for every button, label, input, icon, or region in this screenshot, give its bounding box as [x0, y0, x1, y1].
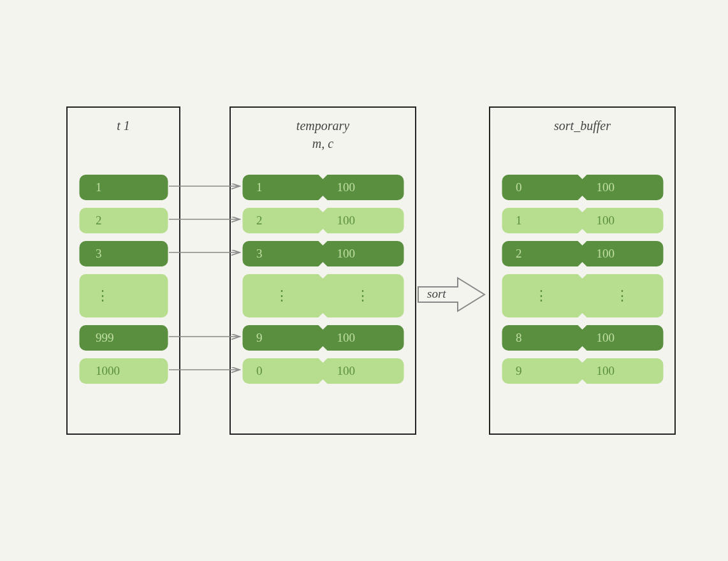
table-row: 9 100 — [242, 325, 404, 351]
cell-value: 999 — [79, 325, 168, 351]
cell-value: 100 — [583, 175, 664, 200]
cell-value: 0 — [502, 175, 583, 200]
cell-value: 1 — [242, 175, 323, 200]
cell-value: 100 — [583, 358, 664, 384]
cell-value: 3 — [79, 241, 168, 266]
box-temporary-rows: 1 100 2 100 3 100 ⋮ ⋮ 9 100 0 100 — [242, 175, 404, 391]
cell-value: 2 — [502, 241, 583, 266]
cell-value: 100 — [583, 208, 664, 233]
sort-label: sort — [427, 287, 446, 301]
cell-value: 100 — [583, 325, 664, 351]
cell-value: 1000 — [79, 358, 168, 384]
box-t1-rows: 1 2 3 ⋮ 999 1000 — [79, 175, 168, 391]
box-temporary-title: temporary m, c — [231, 117, 415, 152]
table-row: 3 — [79, 241, 168, 266]
table-row: 999 — [79, 325, 168, 351]
title-line-2: m, c — [231, 135, 415, 152]
cell-value: 9 — [502, 358, 583, 384]
cell-value: 100 — [583, 241, 664, 266]
table-row: 0 100 — [242, 358, 404, 384]
cell-value: 9 — [242, 325, 323, 351]
cell-value: ⋮ — [583, 274, 664, 317]
box-sort-buffer: sort_buffer 0 100 1 100 2 100 ⋮ ⋮ 8 100 — [489, 106, 676, 435]
cell-value: ⋮ — [242, 274, 323, 317]
table-row: 8 100 — [502, 325, 663, 351]
cell-value: 2 — [242, 208, 323, 233]
cell-value: 100 — [323, 241, 404, 266]
table-row: 2 100 — [242, 208, 404, 233]
table-row: 2 100 — [502, 241, 663, 266]
cell-value: 2 — [79, 208, 168, 233]
table-row: 0 100 — [502, 175, 663, 200]
cell-value: 100 — [323, 175, 404, 200]
cell-value: 100 — [323, 358, 404, 384]
table-row: 1 100 — [502, 208, 663, 233]
box-t1-title: t 1 — [68, 117, 179, 135]
cell-value: 1 — [502, 208, 583, 233]
table-row: 3 100 — [242, 241, 404, 266]
table-row: 9 100 — [502, 358, 663, 384]
cell-value: 100 — [323, 208, 404, 233]
box-temporary: temporary m, c 1 100 2 100 3 100 ⋮ ⋮ 9 1… — [229, 106, 416, 435]
table-row: 1000 — [79, 358, 168, 384]
table-row: 2 — [79, 208, 168, 233]
cell-value: 8 — [502, 325, 583, 351]
title-line-1: temporary — [231, 117, 415, 135]
table-row-ellipsis: ⋮ ⋮ — [242, 274, 404, 317]
box-t1: t 1 1 2 3 ⋮ 999 1000 — [66, 106, 180, 435]
cell-value: 3 — [242, 241, 323, 266]
cell-value: ⋮ — [502, 274, 583, 317]
table-row: 1 — [79, 175, 168, 200]
cell-value: ⋮ — [79, 274, 168, 317]
cell-value: 0 — [242, 358, 323, 384]
table-row-ellipsis: ⋮ — [79, 274, 168, 317]
box-sort-buffer-rows: 0 100 1 100 2 100 ⋮ ⋮ 8 100 9 100 — [502, 175, 663, 391]
box-sort-buffer-title: sort_buffer — [490, 117, 674, 135]
cell-value: ⋮ — [323, 274, 404, 317]
table-row-ellipsis: ⋮ ⋮ — [502, 274, 663, 317]
cell-value: 1 — [79, 175, 168, 200]
cell-value: 100 — [323, 325, 404, 351]
table-row: 1 100 — [242, 175, 404, 200]
